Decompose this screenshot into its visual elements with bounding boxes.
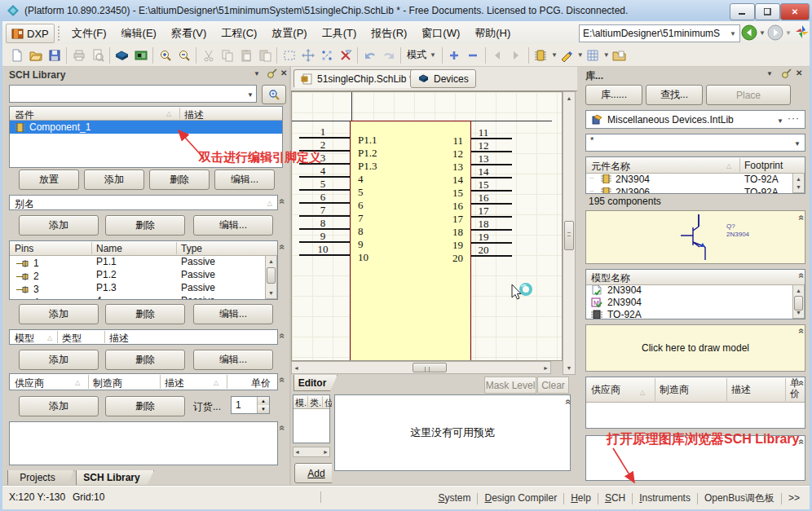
- menu-item[interactable]: 编辑(E): [114, 21, 164, 46]
- home-icon[interactable]: [795, 24, 810, 40]
- stepper-down-icon[interactable]: ▼: [257, 405, 269, 413]
- supplier-header[interactable]: 供应商 △ 制造商 描述 △ 单价: [9, 373, 278, 390]
- panel-close-icon[interactable]: ✕: [280, 68, 287, 77]
- col-model-name[interactable]: 模型名称: [591, 271, 630, 285]
- menu-item[interactable]: 报告(R): [364, 21, 414, 46]
- tab-projects[interactable]: Projects: [7, 470, 74, 486]
- place-component-button[interactable]: Place: [706, 85, 791, 105]
- component-filter-field[interactable]: * ▼: [585, 134, 805, 152]
- add-alias-button[interactable]: 添加: [19, 215, 99, 236]
- scroll-down-icon[interactable]: ▼: [563, 362, 575, 374]
- search-libraries-button[interactable]: 查找...: [646, 85, 703, 105]
- col-type[interactable]: Type: [181, 243, 202, 254]
- col-name[interactable]: Name: [96, 243, 122, 254]
- nav-forward-button[interactable]: [767, 24, 784, 42]
- open-file-icon[interactable]: [26, 46, 45, 64]
- status-button[interactable]: System: [431, 488, 477, 508]
- col-pins[interactable]: Pins: [15, 243, 33, 254]
- next-part-icon[interactable]: [507, 46, 526, 64]
- libraries-button[interactable]: 库......: [585, 85, 642, 105]
- canvas-vscrollbar[interactable]: ▲ ▼: [563, 91, 576, 375]
- scroll-right-icon[interactable]: ►: [323, 447, 329, 457]
- scroll-down-icon[interactable]: ▼: [793, 307, 804, 318]
- save-icon[interactable]: [45, 46, 64, 64]
- scroll-left-icon[interactable]: ◄: [294, 447, 300, 457]
- edit-alias-button[interactable]: 编辑...: [193, 215, 273, 236]
- add-mode-icon[interactable]: [445, 46, 464, 64]
- schematic-canvas[interactable]: 1P1.12P1.23P1.34455667788991010111112121…: [291, 91, 563, 361]
- scroll-up-icon[interactable]: ▲: [563, 92, 575, 104]
- delete-model-button[interactable]: 删除: [105, 350, 185, 370]
- collapse-section-icon[interactable]: «: [278, 377, 286, 383]
- more-options-icon[interactable]: ···: [788, 112, 800, 124]
- pin-row[interactable]: 44Passive: [10, 294, 264, 299]
- undo-icon[interactable]: [360, 46, 379, 64]
- collapse-section-icon[interactable]: «: [797, 381, 805, 386]
- menu-item[interactable]: 放置(P): [264, 21, 314, 46]
- collapse-section-icon[interactable]: «: [278, 333, 286, 339]
- status-button[interactable]: >>: [782, 488, 806, 508]
- status-button[interactable]: OpenBus调色板: [698, 487, 781, 509]
- edit-model-button[interactable]: 编辑...: [193, 350, 273, 370]
- mode-dropdown[interactable]: 模式▼: [404, 48, 439, 62]
- status-button[interactable]: Design Compiler: [478, 488, 563, 508]
- model-list-scrollbar[interactable]: ▲ ▼: [792, 284, 805, 319]
- pin-row[interactable]: 3P1.3Passive: [10, 281, 264, 294]
- document-options-icon[interactable]: [610, 46, 629, 64]
- cross-probe-icon[interactable]: [317, 46, 336, 64]
- paste-icon[interactable]: [236, 46, 255, 64]
- panel-pin-icon[interactable]: [267, 68, 277, 79]
- tab-editor[interactable]: Editor: [293, 375, 338, 391]
- panel-menu-icon[interactable]: ▼: [254, 70, 260, 77]
- grid-settings-icon[interactable]: [584, 46, 602, 64]
- library-component-row[interactable]: ┈2N3904TO-92A: [586, 173, 792, 186]
- pin-row[interactable]: 1P1.1Passive: [10, 255, 264, 268]
- chevron-down-icon[interactable]: ▼: [577, 51, 584, 59]
- add-model-button[interactable]: 添加: [19, 350, 99, 370]
- chevron-down-icon[interactable]: ▼: [603, 51, 610, 59]
- view-3d-icon[interactable]: [113, 46, 131, 64]
- cut-icon[interactable]: [199, 46, 218, 64]
- menu-item[interactable]: 察看(V): [164, 21, 214, 46]
- chevron-down-icon[interactable]: ▼: [777, 117, 783, 125]
- collapse-section-icon[interactable]: «: [797, 215, 805, 221]
- remove-mode-icon[interactable]: [464, 46, 483, 64]
- add-pin-button[interactable]: 添加: [19, 304, 99, 324]
- close-button[interactable]: ✕: [780, 3, 810, 20]
- minimize-button[interactable]: [730, 3, 755, 20]
- chevron-down-icon[interactable]: ▼: [551, 51, 558, 59]
- chevron-down-icon[interactable]: ▼: [247, 91, 254, 99]
- component-filter-combo[interactable]: ▼: [9, 85, 257, 103]
- chevron-down-icon[interactable]: ▼: [794, 140, 801, 148]
- dxp-menu[interactable]: DXP: [6, 24, 55, 43]
- print-icon[interactable]: [69, 46, 88, 64]
- prev-part-icon[interactable]: [488, 46, 507, 64]
- collapse-section-icon[interactable]: «: [797, 273, 805, 279]
- add-button[interactable]: Add: [294, 463, 332, 483]
- delete-pin-button[interactable]: 删除: [105, 304, 185, 324]
- place-button[interactable]: 放置: [19, 170, 79, 190]
- collapse-section-icon[interactable]: «: [278, 199, 286, 205]
- delete-supplier-button[interactable]: 删除: [105, 396, 185, 416]
- redo-icon[interactable]: [379, 46, 398, 64]
- model-header[interactable]: 模型 △ 类型 描述: [9, 329, 278, 345]
- scroll-down-icon[interactable]: ▼: [793, 182, 804, 192]
- search-button[interactable]: [262, 85, 286, 104]
- chevron-down-icon[interactable]: ▼: [730, 30, 736, 37]
- order-quantity-stepper[interactable]: 1 ▲ ▼: [231, 396, 270, 414]
- board-view-icon[interactable]: [131, 46, 150, 64]
- add-component-button[interactable]: 添加: [84, 170, 144, 190]
- scroll-left-icon[interactable]: ◄: [293, 362, 299, 374]
- library-select[interactable]: Miscellaneous Devices.IntLib ▼ ···: [585, 110, 805, 129]
- panel-pin-icon[interactable]: [781, 68, 792, 79]
- tab-devices[interactable]: Devices: [410, 69, 476, 88]
- delete-component-button[interactable]: 删除: [149, 170, 210, 190]
- menu-item[interactable]: 工程(C): [214, 21, 264, 46]
- collapse-section-icon[interactable]: «: [797, 328, 805, 334]
- canvas-hscrollbar[interactable]: ◄ ►: [291, 361, 551, 374]
- pins-scrollbar[interactable]: ▲ ▼: [265, 255, 277, 299]
- collapse-section-icon[interactable]: «: [278, 244, 286, 250]
- ic-symbol-icon[interactable]: [532, 46, 550, 64]
- select-area-icon[interactable]: [280, 46, 298, 64]
- hscroll-thumb[interactable]: [413, 363, 447, 372]
